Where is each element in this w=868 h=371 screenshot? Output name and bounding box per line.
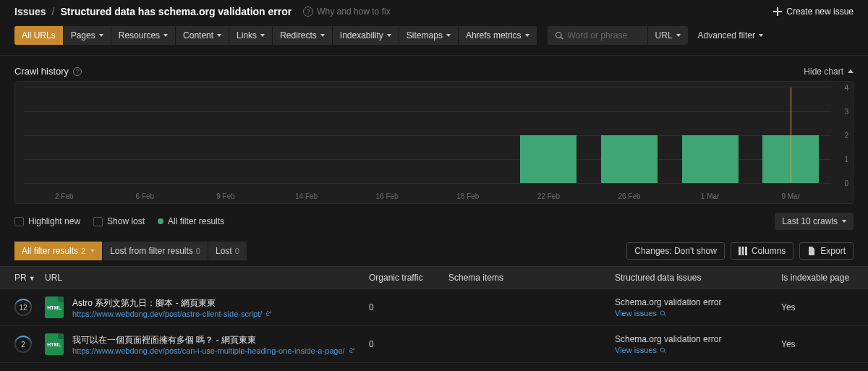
search-field[interactable]: [548, 26, 647, 45]
chevron-down-icon: [842, 220, 846, 223]
help-icon[interactable]: ?: [73, 67, 82, 76]
tab-lost-from-filter[interactable]: Lost from filter results 0: [103, 242, 208, 260]
external-link-icon: [349, 347, 355, 354]
x-axis-label: 14 Feb: [295, 192, 318, 200]
export-icon: [807, 247, 816, 255]
svg-rect-3: [741, 247, 744, 255]
chevron-down-icon: [676, 34, 681, 37]
svg-line-6: [664, 315, 665, 316]
svg-point-5: [660, 311, 665, 315]
help-icon: ?: [303, 7, 313, 17]
create-label: Create new issue: [786, 7, 854, 17]
columns-icon: [739, 247, 747, 255]
cell-organic-traffic: 0: [369, 339, 448, 349]
chevron-down-icon: [320, 34, 325, 37]
breadcrumb-issues[interactable]: Issues: [14, 6, 46, 17]
view-issues-link[interactable]: View issues: [615, 346, 781, 354]
show-lost-checkbox[interactable]: Show lost: [93, 216, 145, 226]
crawl-history-chart: 012342 Feb6 Feb9 Feb14 Feb16 Feb18 Feb22…: [14, 81, 854, 204]
row-url-link[interactable]: https://www.webdong.dev/post/astro-clien…: [72, 310, 272, 318]
x-axis-label: 26 Feb: [618, 192, 640, 200]
x-axis-label: 9 Mar: [781, 192, 800, 200]
cell-indexable: Yes: [781, 302, 854, 312]
x-axis-label: 22 Feb: [537, 192, 560, 200]
col-schema-items[interactable]: Schema items: [448, 273, 615, 283]
cell-organic-traffic: 0: [369, 302, 448, 312]
tab-all-filter-results[interactable]: All filter results 2: [14, 242, 103, 260]
help-text: Why and how to fix: [317, 7, 390, 17]
filter-content[interactable]: Content: [176, 26, 229, 45]
filter-ahrefs-metrics[interactable]: Ahrefs metrics: [459, 26, 537, 45]
filter-bar: All URLs Pages Resources Content Links R…: [0, 26, 868, 56]
table-row: 12HTMLAstro 系列文第九日：腳本 - 網頁東東https://www.…: [0, 289, 868, 326]
svg-line-1: [561, 37, 563, 39]
search-scope-dropdown[interactable]: URL: [647, 26, 688, 45]
filter-indexability[interactable]: Indexability: [333, 26, 399, 45]
chart-bar[interactable]: [682, 135, 739, 183]
svg-rect-4: [745, 247, 747, 255]
view-issues-link[interactable]: View issues: [615, 309, 781, 317]
page-title: Structured data has schema.org validatio…: [60, 6, 292, 17]
row-url-link[interactable]: https://www.webdong.dev/post/can-i-use-m…: [72, 346, 355, 355]
row-title[interactable]: Astro 系列文第九日：腳本 - 網頁東東: [72, 297, 272, 310]
col-url[interactable]: URL: [45, 273, 369, 283]
crawl-history-title: Crawl history ?: [14, 66, 82, 77]
pr-badge: 12: [14, 299, 32, 316]
last-crawls-dropdown[interactable]: Last 10 crawls: [775, 213, 854, 230]
legend-all-filter: All filter results: [158, 216, 224, 226]
results-tabs: All filter results 2 Lost from filter re…: [14, 242, 247, 260]
svg-point-7: [660, 348, 665, 352]
html-file-icon: HTML: [45, 333, 64, 355]
x-axis-label: 9 Feb: [216, 192, 235, 200]
search-icon: [660, 310, 666, 317]
breadcrumb-sep: /: [52, 6, 55, 17]
x-axis-label: 16 Feb: [376, 192, 399, 200]
table-row: 2HTML我可以在一個頁面裡面擁有多個 嗎？ - 網頁東東https://www…: [0, 326, 868, 363]
chevron-down-icon: [217, 34, 221, 37]
help-link[interactable]: ? Why and how to fix: [303, 7, 390, 17]
filter-links[interactable]: Links: [229, 26, 273, 45]
chart-bar[interactable]: [520, 135, 576, 183]
columns-button[interactable]: Columns: [731, 242, 793, 260]
svg-line-8: [664, 351, 665, 353]
changes-button[interactable]: Changes: Don't show: [626, 242, 725, 260]
advanced-filter[interactable]: Advanced filter: [698, 30, 763, 40]
hide-chart-toggle[interactable]: Hide chart: [804, 67, 854, 77]
breadcrumb: Issues / Structured data has schema.org …: [14, 6, 391, 17]
cell-sdi: Schema.org validation error: [615, 334, 781, 344]
cell-sdi: Schema.org validation error: [615, 297, 781, 307]
chevron-down-icon: [446, 34, 451, 37]
filter-redirects[interactable]: Redirects: [273, 26, 333, 45]
x-axis-label: 6 Feb: [136, 192, 155, 200]
col-organic-traffic[interactable]: Organic traffic: [369, 273, 448, 283]
highlight-new-checkbox[interactable]: Highlight new: [14, 216, 80, 226]
search-icon: [555, 31, 563, 40]
html-file-icon: HTML: [45, 297, 64, 318]
chevron-up-icon: [848, 69, 854, 73]
filter-all-urls[interactable]: All URLs: [14, 26, 64, 45]
col-pr[interactable]: PR▼: [14, 273, 45, 283]
col-structured-data-issues[interactable]: Structured data issues: [615, 273, 781, 283]
chart-highlight-line: [791, 88, 791, 183]
search-input[interactable]: [568, 30, 640, 40]
filter-pages[interactable]: Pages: [64, 26, 111, 45]
tab-lost[interactable]: Lost 0: [208, 242, 247, 260]
export-button[interactable]: Export: [799, 242, 854, 260]
cell-indexable: Yes: [781, 339, 854, 349]
chevron-down-icon: [387, 34, 391, 37]
chevron-down-icon: [99, 34, 103, 37]
chevron-down-icon: [163, 34, 168, 37]
filter-sitemaps[interactable]: Sitemaps: [399, 26, 459, 45]
chevron-down-icon: [90, 250, 95, 252]
chevron-down-icon: [525, 34, 529, 37]
chart-legend: Highlight new Show lost All filter resul…: [14, 216, 224, 226]
results-table: PR▼ URL Organic traffic Schema items Str…: [0, 266, 868, 363]
x-axis-label: 1 Mar: [701, 192, 720, 200]
col-indexable[interactable]: Is indexable page: [781, 273, 854, 283]
external-link-icon: [265, 310, 272, 317]
row-title[interactable]: 我可以在一個頁面裡面擁有多個 嗎？ - 網頁東東: [72, 334, 355, 346]
svg-rect-2: [739, 247, 741, 255]
chart-bar[interactable]: [601, 135, 658, 183]
filter-resources[interactable]: Resources: [111, 26, 176, 45]
create-new-issue-button[interactable]: Create new issue: [773, 7, 854, 17]
